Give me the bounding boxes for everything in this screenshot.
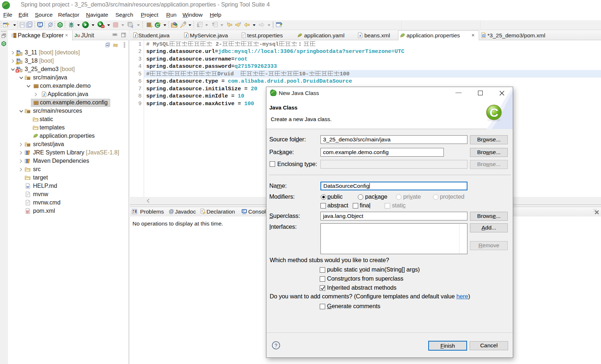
svg-text:M: M <box>483 34 485 37</box>
svg-text:?: ? <box>275 343 278 348</box>
svg-text:C: C <box>490 106 499 119</box>
svg-text:x: x <box>359 34 361 37</box>
